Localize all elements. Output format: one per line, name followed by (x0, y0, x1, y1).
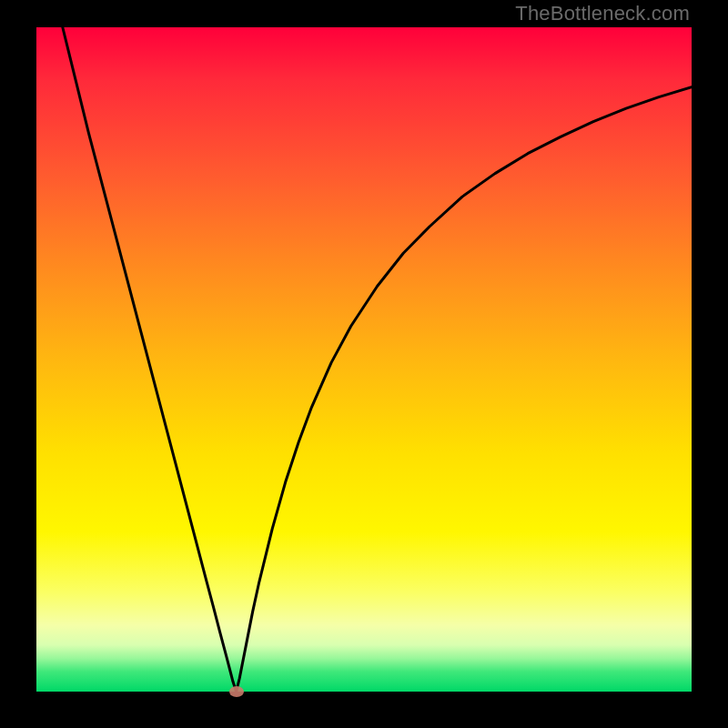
chart-frame: TheBottleneck.com (0, 0, 728, 728)
bottleneck-curve (36, 27, 692, 692)
watermark-text: TheBottleneck.com (515, 2, 690, 25)
minimum-marker (229, 686, 244, 697)
